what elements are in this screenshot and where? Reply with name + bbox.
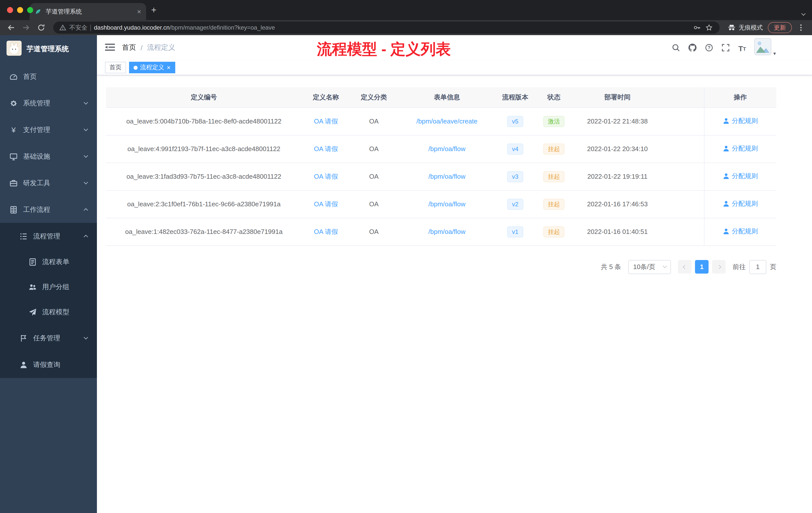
maximize-window-button[interactable]: [27, 7, 33, 13]
sidebar-item-task-management[interactable]: 任务管理: [0, 325, 97, 351]
tag-process-definition[interactable]: 流程定义 ×: [129, 62, 175, 73]
goto-page-input[interactable]: [749, 260, 766, 274]
new-tab-button[interactable]: +: [151, 5, 156, 14]
definition-table: 定义编号 定义名称 定义分类 表单信息 流程版本 状态 部署时间 操作: [106, 87, 776, 246]
assign-rule-link[interactable]: 分配规则: [723, 144, 758, 153]
form-info-link[interactable]: /bpm/oa/leave/create: [416, 117, 477, 125]
version-tag: v2: [507, 199, 523, 210]
sidebar-item-devtools[interactable]: 研发工具: [0, 170, 97, 196]
font-size-icon[interactable]: TT: [738, 43, 747, 52]
sidebar-item-leave-query[interactable]: 请假查询: [0, 351, 97, 378]
chevron-up-icon: [84, 235, 88, 239]
tag-home[interactable]: 首页: [105, 62, 126, 73]
pagination: 共 5 条 10条/页 1 前往 页: [106, 260, 776, 274]
tab-title: 芋道管理系统: [46, 7, 133, 16]
definition-name-link[interactable]: OA 请假: [314, 173, 338, 180]
col-actions: 操作: [704, 87, 776, 108]
table-header-row: 定义编号 定义名称 定义分类 表单信息 流程版本 状态 部署时间 操作: [106, 87, 776, 108]
definition-name-link[interactable]: OA 请假: [314, 117, 338, 125]
gear-icon: [9, 99, 18, 107]
sidebar-item-payment[interactable]: ¥ 支付管理: [0, 117, 97, 143]
definition-category: OA: [350, 190, 398, 218]
goto-label: 前往: [733, 262, 746, 271]
person-icon: [20, 361, 28, 369]
deploy-time: 2022-01-16 01:40:51: [574, 218, 661, 245]
user-group-icon: [29, 283, 37, 291]
definition-name-link[interactable]: OA 请假: [314, 145, 338, 152]
url-domain: dashboard.yudao.iocoder.cn: [94, 24, 170, 31]
bookmark-star-icon[interactable]: [704, 23, 714, 32]
sidebar-item-workflow[interactable]: 工作流程: [0, 196, 97, 223]
sidebar-item-home[interactable]: 首页: [0, 63, 97, 90]
github-icon[interactable]: [688, 43, 697, 52]
sidebar-item-process-management[interactable]: 流程管理: [0, 223, 97, 249]
window-controls: [7, 7, 33, 13]
filler-cell: [661, 218, 704, 245]
sidebar-item-user-group[interactable]: 用户分组: [0, 275, 97, 300]
svg-text:?: ?: [707, 45, 710, 50]
status-badge: 挂起: [543, 143, 564, 154]
sidebar-item-infrastructure[interactable]: 基础设施: [0, 143, 97, 170]
version-tag: v5: [507, 116, 523, 127]
assign-rule-link[interactable]: 分配规则: [723, 227, 758, 236]
table-row: oa_leave:3:1fad3d93-7b75-11ec-a3c8-acde4…: [106, 163, 776, 190]
search-icon[interactable]: [671, 43, 680, 52]
minimize-window-button[interactable]: [17, 7, 23, 13]
version-tag: v4: [507, 143, 523, 154]
active-dot: [134, 65, 138, 69]
definition-id: oa_leave:2:3c1f0ef1-76b1-11ec-9c66-a2380…: [106, 190, 302, 218]
next-page-button[interactable]: [712, 260, 726, 274]
update-button[interactable]: 更新: [768, 22, 792, 33]
table-row: oa_leave:2:3c1f0ef1-76b1-11ec-9c66-a2380…: [106, 190, 776, 218]
breadcrumb-home-link[interactable]: 首页: [122, 43, 136, 52]
definition-id: oa_leave:1:482ec033-762a-11ec-8477-a2380…: [106, 218, 302, 245]
page-size-select[interactable]: 10条/页: [628, 260, 671, 274]
filler-cell: [661, 108, 704, 135]
tab-close-icon[interactable]: ×: [137, 7, 141, 16]
browser-menu-icon[interactable]: [795, 22, 807, 34]
definition-id: oa_leave:3:1fad3d93-7b75-11ec-a3c8-acde4…: [106, 163, 302, 190]
security-badge[interactable]: 不安全: [69, 23, 87, 32]
help-icon[interactable]: ?: [704, 43, 714, 52]
chevron-down-icon: [84, 180, 88, 184]
definition-name-link[interactable]: OA 请假: [314, 200, 338, 208]
filler-cell: [661, 190, 704, 218]
tag-close-icon[interactable]: ×: [167, 64, 171, 71]
definition-name-link[interactable]: OA 请假: [314, 228, 338, 235]
hamburger-toggle-icon[interactable]: [105, 43, 115, 52]
tab-strip: 芋道管理系统 × +: [0, 0, 812, 20]
sidebar-item-system[interactable]: 系统管理: [0, 90, 97, 117]
yen-icon: ¥: [9, 126, 18, 134]
tab-search-chevron-icon[interactable]: [802, 8, 805, 17]
col-definition-category: 定义分类: [350, 87, 398, 108]
col-filler: [661, 87, 704, 108]
assign-rule-link[interactable]: 分配规则: [723, 199, 758, 208]
url-path: /bpm/manager/definition?key=oa_leave: [170, 24, 275, 31]
user-avatar[interactable]: [754, 38, 771, 57]
form-info-link[interactable]: /bpm/oa/flow: [428, 200, 465, 208]
forward-button[interactable]: [20, 22, 32, 34]
sidebar-header: 芋道管理系统: [0, 35, 97, 63]
sidebar-item-process-form[interactable]: 流程表单: [0, 249, 97, 275]
form-info-link[interactable]: /bpm/oa/flow: [428, 145, 465, 153]
fullscreen-icon[interactable]: [721, 43, 730, 52]
assign-rule-link[interactable]: 分配规则: [723, 172, 758, 181]
close-window-button[interactable]: [7, 7, 13, 13]
goto-unit: 页: [770, 262, 776, 271]
page-1-button[interactable]: 1: [695, 260, 708, 274]
page-content: 定义编号 定义名称 定义分类 表单信息 流程版本 状态 部署时间 操作: [97, 75, 812, 513]
browser-tab[interactable]: 芋道管理系统 ×: [30, 3, 146, 20]
table-row: oa_leave:1:482ec033-762a-11ec-8477-a2380…: [106, 218, 776, 245]
back-button[interactable]: [5, 22, 17, 34]
incognito-badge[interactable]: 无痕模式: [726, 23, 765, 32]
filler-cell: [661, 163, 704, 190]
user-avatar-wrap[interactable]: ▾: [754, 38, 776, 57]
reload-button[interactable]: [35, 22, 47, 34]
prev-page-button[interactable]: [678, 260, 692, 274]
form-info-link[interactable]: /bpm/oa/flow: [428, 228, 465, 235]
assign-rule-link[interactable]: 分配规则: [723, 117, 758, 125]
sidebar-item-process-model[interactable]: 流程模型: [0, 300, 97, 325]
url-bar[interactable]: 不安全 dashboard.yudao.iocoder.cn/bpm/manag…: [53, 22, 720, 34]
form-info-link[interactable]: /bpm/oa/flow: [428, 173, 465, 180]
password-key-icon[interactable]: [693, 23, 701, 32]
